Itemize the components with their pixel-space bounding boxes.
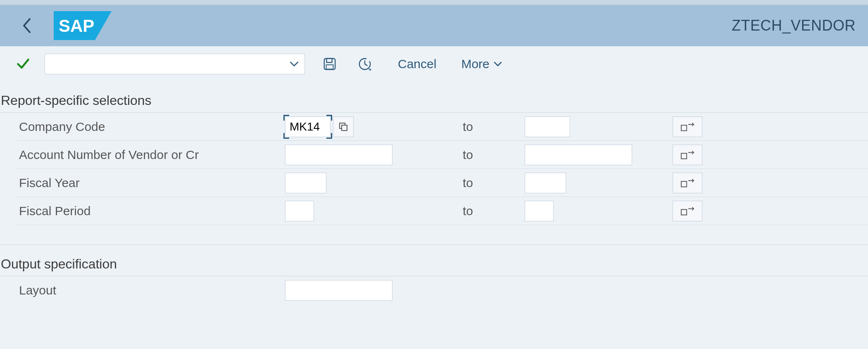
input-layout[interactable]: [285, 280, 392, 301]
label-vendor-account: Account Number of Vendor or Cr: [17, 148, 285, 162]
input-fiscal-period-to[interactable]: [525, 201, 554, 221]
label-fiscal-period: Fiscal Period: [17, 204, 285, 218]
to-label: to: [459, 148, 525, 162]
svg-rect-8: [681, 125, 687, 131]
row-fiscal-period: Fiscal Period to: [17, 197, 868, 225]
to-label: to: [459, 204, 525, 218]
multi-select-icon: [680, 150, 694, 160]
section-gap: [0, 225, 868, 245]
checkmark-icon: [16, 57, 31, 71]
accept-button[interactable]: [15, 56, 31, 72]
more-button[interactable]: More: [461, 57, 502, 71]
svg-rect-9: [681, 153, 687, 159]
more-label: More: [461, 57, 489, 71]
multi-select-fiscal-year[interactable]: [673, 173, 702, 193]
input-fiscal-year-to[interactable]: [525, 173, 566, 193]
input-fiscal-period-from[interactable]: [285, 201, 314, 221]
row-fiscal-year: Fiscal Year to: [17, 169, 868, 197]
label-fiscal-year: Fiscal Year: [17, 176, 285, 190]
recent-button[interactable]: [354, 54, 375, 74]
to-label: to: [459, 120, 525, 134]
input-company-code-from[interactable]: [285, 116, 331, 137]
multi-select-icon: [680, 178, 694, 188]
label-layout: Layout: [17, 283, 285, 297]
header-left: SAP: [12, 11, 112, 40]
chevron-down-icon: [493, 59, 503, 69]
top-strip: [0, 0, 868, 5]
variant-dropdown[interactable]: [45, 54, 305, 74]
input-vendor-account-to[interactable]: [525, 145, 632, 165]
svg-rect-7: [342, 125, 347, 131]
value-help-company-code[interactable]: [333, 116, 354, 137]
svg-text:SAP: SAP: [59, 16, 94, 36]
multi-select-company-code[interactable]: [673, 116, 702, 137]
section-title-report-specific: Report-specific selections: [0, 81, 868, 112]
chevron-down-icon: [289, 59, 300, 69]
label-company-code: Company Code: [17, 120, 285, 134]
page-title: ZTECH_VENDOR: [732, 17, 856, 34]
value-help-icon: [338, 122, 348, 132]
svg-rect-3: [326, 58, 332, 62]
clock-icon: [358, 57, 372, 71]
row-vendor-account: Account Number of Vendor or Cr to: [17, 141, 868, 169]
to-label: to: [459, 176, 525, 190]
svg-rect-11: [681, 209, 687, 215]
input-fiscal-year-from[interactable]: [285, 173, 326, 193]
section-title-output-spec: Output specification: [0, 245, 868, 276]
input-company-code-to[interactable]: [525, 116, 570, 137]
chevron-left-icon: [22, 18, 31, 33]
multi-select-icon: [680, 206, 694, 216]
header-bar: SAP ZTECH_VENDOR: [0, 5, 868, 46]
toolbar: Cancel More: [0, 46, 868, 81]
back-button[interactable]: [12, 11, 41, 40]
multi-select-vendor-account[interactable]: [673, 145, 702, 165]
save-button[interactable]: [319, 54, 340, 74]
cancel-button[interactable]: Cancel: [398, 57, 436, 71]
input-vendor-account-from[interactable]: [285, 145, 392, 165]
multi-select-fiscal-period[interactable]: [673, 201, 702, 221]
svg-rect-4: [326, 64, 333, 69]
row-company-code: Company Code to: [17, 113, 868, 141]
multi-select-icon: [680, 122, 694, 132]
row-layout: Layout: [17, 276, 868, 304]
svg-rect-10: [681, 181, 687, 187]
save-icon: [323, 57, 337, 71]
sap-logo: SAP: [54, 11, 112, 40]
